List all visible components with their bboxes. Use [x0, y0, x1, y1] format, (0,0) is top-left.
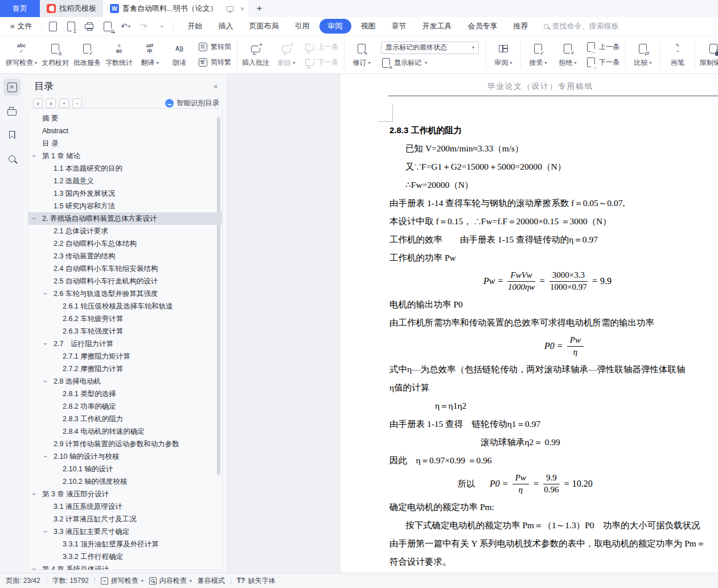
bookmark-panel-button[interactable] — [3, 126, 20, 143]
undo-button[interactable]: ↶▾ — [120, 20, 132, 32]
toc-item[interactable]: ›第 3 章 液压部分设计 — [28, 488, 222, 500]
tab-document[interactable]: W 畜禽自动喂料...明书（论文） × — [103, 0, 249, 17]
delete-comment-button[interactable]: ×删除▾ — [272, 38, 301, 71]
doc-paragraph[interactable]: 又∵F=G1＋G2=15000＋5000=20000（N） — [389, 158, 718, 176]
chevron-down-icon[interactable]: › — [42, 293, 50, 295]
tab-window-icon[interactable] — [227, 6, 233, 11]
menu-item-review[interactable]: 审阅 — [319, 19, 351, 34]
word-count-button[interactable]: ≡80字数统计 — [103, 38, 135, 71]
new-tab-button[interactable]: + — [249, 0, 269, 17]
toc-item[interactable]: ›2. 养殖场自动喂料装置总体方案设计 — [28, 212, 222, 225]
toc-item[interactable]: 2.7.1 摩擦阻力矩计算 — [28, 350, 222, 363]
toc-item[interactable]: Abstract — [28, 125, 222, 137]
toc-item[interactable]: 摘 要 — [28, 112, 222, 125]
track-changes-button[interactable]: ✎修订▾ — [347, 38, 376, 71]
document-page[interactable]: 毕业论文（设计）专用稿纸 2.8.3 工作机的阻力已知 V=200m/min≈3… — [340, 74, 718, 573]
doc-paragraph[interactable]: η＝η1η2 — [389, 397, 718, 415]
page-indicator[interactable]: 页面: 23/42 — [6, 576, 40, 586]
doc-paragraph[interactable]: 由手册表 1-15 查得 链轮传动η1＝0.97 — [389, 415, 718, 433]
toc-item[interactable]: ›2.6 车轮与轨道选型并验算其强度 — [28, 287, 222, 300]
doc-formula[interactable]: Pw=FwVw1000ηw=3000×3.31000×0.97=9.9 — [389, 267, 718, 295]
simp-to-trad-button[interactable]: 繁简转繁 — [198, 57, 231, 68]
toc-item[interactable]: 3.1 液压系统原理设计 — [28, 500, 222, 513]
doc-paragraph[interactable]: 工作机的效率 由手册表 1-15 查得链传动的η＝0.97 — [389, 231, 718, 249]
toc-item[interactable]: 2.7.2 摩擦阻力计算 — [28, 363, 222, 375]
doc-paragraph[interactable]: 本设计中取 f＝0.15， ∴Fw=f.F＝20000×0.15 ＝3000（N… — [389, 212, 718, 231]
collapse-level-button[interactable]: − — [72, 98, 82, 108]
toc-item[interactable]: 1.2 选题意义 — [28, 175, 222, 187]
toc-item[interactable]: 2.6.3 车轮强度计算 — [28, 325, 222, 338]
content-check-status[interactable]: 内容检查 ▾ — [149, 576, 192, 586]
doc-paragraph[interactable]: 式中η—为总效率（包括链轮传动，两对滚动球轴承—弹性联轴器弹性体联轴 — [389, 360, 718, 379]
menu-item-view[interactable]: 视图 — [355, 19, 382, 33]
next-comment-button[interactable]: →下一条 — [305, 57, 338, 68]
grading-service-button[interactable]: ✓批改服务 — [71, 38, 103, 71]
toc-item[interactable]: 2.8.4 电动机的转速的确定 — [28, 425, 222, 438]
toc-item[interactable]: 3.3.1 顶升油缸壁厚及外径计算 — [28, 538, 222, 550]
accept-button[interactable]: ✓接受▾ — [523, 38, 553, 71]
ink-brush-button[interactable]: ✎~画笔 — [663, 38, 692, 71]
toc-item[interactable]: 2.3 传动装置的结构 — [28, 250, 222, 262]
print-preview-button[interactable] — [101, 20, 114, 32]
redo-button[interactable]: ↷ — [138, 20, 150, 32]
chevron-down-icon[interactable]: › — [42, 343, 50, 345]
markup-state-select[interactable]: 显示标记的最终状态▾ — [381, 42, 479, 54]
prev-comment-button[interactable]: ←上一条 — [305, 42, 338, 52]
review-pane-button[interactable]: 审阅▾ — [489, 38, 518, 71]
toc-item[interactable]: 1.3 国内外发展状况 — [28, 187, 222, 200]
toc-item[interactable]: 2.2 自动喂料小车总体结构 — [28, 237, 222, 250]
doc-paragraph[interactable]: 由工作机所需功率和传动装置的总效率可求得电动机所需的输出功率 — [389, 314, 718, 332]
toolbar-more-button[interactable]: › — [156, 20, 169, 32]
toc-item[interactable]: 2.4 自动喂料小车车轮组安装结构 — [28, 262, 222, 275]
expand-level-button[interactable]: + — [59, 98, 69, 108]
tab-close-icon[interactable]: × — [240, 5, 245, 13]
chevron-down-icon[interactable]: › — [30, 493, 38, 495]
toc-item[interactable]: 2.1 总体设计要求 — [28, 225, 222, 237]
missing-font-status[interactable]: T? 缺失字体 — [237, 576, 276, 586]
next-revision-button[interactable]: →下一条 — [586, 57, 619, 68]
menu-item-page-layout[interactable]: 页面布局 — [243, 19, 285, 33]
toc-item[interactable]: 2.10.1 轴的设计 — [28, 463, 222, 475]
translate-button[interactable]: a⇄中翻译▾ — [135, 38, 165, 71]
menu-item-insert[interactable]: 插入 — [212, 19, 240, 33]
trad-to-simp-button[interactable]: 简繁转简 — [198, 42, 231, 52]
compat-mode[interactable]: 兼容模式 — [198, 576, 225, 586]
menu-item-dev-tools[interactable]: 开发工具 — [416, 19, 458, 33]
toc-item[interactable]: 2.6.1 轮压值校核及选择车轮和轨道 — [28, 300, 222, 312]
search-panel-button[interactable] — [3, 150, 20, 167]
toc-item[interactable]: 2.10.2 轴的强度校核 — [28, 475, 222, 488]
restrict-editing-button[interactable]: 限制编辑 — [698, 38, 718, 71]
chevron-down-icon[interactable]: › — [42, 455, 50, 458]
toc-item[interactable]: 1.5 研究内容和方法 — [28, 200, 222, 212]
menu-item-start[interactable]: 开始 — [182, 19, 209, 33]
doc-paragraph[interactable]: 电机的输出功率 P0 — [389, 295, 718, 314]
toc-item[interactable]: ›2.8 选择电动机 — [28, 375, 222, 388]
chevron-down-icon[interactable]: › — [30, 155, 38, 157]
doc-formula[interactable]: P0=Pwη — [389, 332, 718, 360]
toc-item[interactable]: 2.8.3 工作机的阻力 — [28, 413, 222, 425]
chevron-down-icon[interactable]: › — [42, 380, 50, 383]
doc-paragraph[interactable]: 由手册表 1-14 查得车轮与钢轨的滚动摩擦系数 f＝0.05～0.07, — [389, 194, 718, 212]
tab-docer-templates[interactable]: 找稻壳模板 — [40, 0, 103, 17]
toc-item[interactable]: 1.1 本选题研究的目的 — [28, 162, 222, 175]
toc-item[interactable]: 2.9 计算传动装置的运动参数和动力参数 — [28, 438, 222, 450]
chevron-down-icon[interactable]: › — [30, 568, 38, 570]
doc-paragraph[interactable]: 工作机的功率 Pw — [389, 249, 718, 267]
doc-formula[interactable]: 所以P0=Pwη=9.90.96=10.20 — [389, 470, 718, 498]
spell-check-status[interactable]: × 拼写检查 ▾ — [101, 576, 143, 586]
menu-item-reference[interactable]: 引用 — [289, 19, 316, 33]
doc-paragraph[interactable]: η值的计算 — [389, 379, 718, 397]
chevron-down-icon[interactable]: › — [42, 531, 50, 533]
toc-item[interactable]: 3.2 计算液压缸尺寸及工况 — [28, 513, 222, 525]
menu-item-recommend[interactable]: 推荐 — [507, 19, 535, 33]
doc-paragraph[interactable]: 符合设计要求。 — [389, 553, 718, 571]
save-button[interactable] — [47, 20, 59, 32]
doc-heading[interactable]: 2.8.3 工作机的阻力 — [389, 121, 718, 139]
toc-item[interactable]: 目 录 — [28, 137, 222, 150]
chevron-down-icon[interactable]: › — [30, 217, 38, 220]
reject-button[interactable]: ×拒绝▾ — [553, 38, 582, 71]
expand-all-button[interactable]: ∨ — [33, 98, 43, 108]
show-markup-button[interactable]: ≡显示标记▾ — [381, 58, 479, 68]
toc-item[interactable]: ›2.10 轴的设计与校核 — [28, 450, 222, 463]
command-search[interactable]: 查找命令、搜索模板 — [544, 21, 619, 31]
